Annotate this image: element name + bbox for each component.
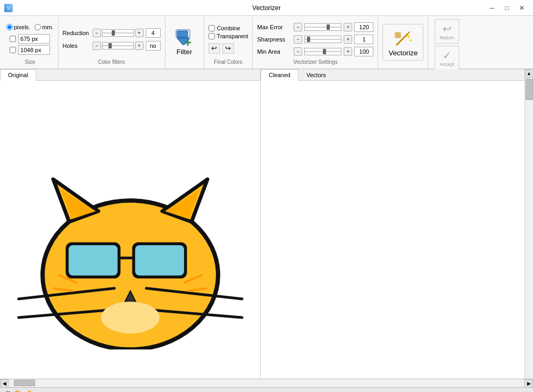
cat-svg (16, 110, 245, 349)
pixels-radio-label[interactable]: pixels. (6, 24, 30, 30)
min-area-increase-btn[interactable]: + (344, 47, 352, 56)
svg-rect-22 (135, 245, 184, 276)
max-error-slider[interactable] (304, 23, 342, 31)
vectorizer-settings-section: Max Error − + 120 Sharpness − (253, 17, 378, 69)
holes-value[interactable]: no (146, 41, 161, 51)
vectorize-icon (393, 28, 414, 49)
combine-checkbox[interactable] (209, 25, 215, 31)
tab-vectors[interactable]: Vectors (298, 69, 334, 80)
sharpness-value[interactable]: 1 (354, 35, 373, 44)
right-scrollbar: ▲ (524, 69, 533, 379)
max-error-label: Max Error (257, 24, 292, 30)
right-panel-content (261, 81, 524, 379)
svg-rect-11 (396, 33, 400, 37)
cat-image-container (8, 81, 253, 379)
scroll-up-button[interactable]: ▲ (525, 69, 534, 78)
status-icon-1: 🖥 (4, 390, 12, 392)
app-icon: V (4, 4, 13, 12)
sharpness-increase-btn[interactable]: + (344, 35, 352, 44)
scroll-thumb[interactable] (526, 79, 533, 100)
min-area-row: Min Area − + 100 (257, 47, 373, 56)
size-section-label: Size (25, 59, 35, 66)
maximize-button[interactable]: □ (500, 3, 514, 13)
size-section: pixels. mm. Size (2, 17, 59, 69)
minimize-button[interactable]: ─ (485, 3, 499, 13)
width-input[interactable] (18, 34, 50, 44)
min-area-slider[interactable] (304, 48, 342, 55)
min-area-label: Min Area (257, 48, 292, 55)
original-panel-content (0, 81, 260, 379)
undo-button[interactable]: ↩ (209, 43, 220, 54)
status-icon-3: ✋ (25, 390, 34, 392)
holes-decrease-btn[interactable]: − (93, 41, 101, 50)
width-row (10, 34, 50, 44)
combine-row: Combine (209, 25, 248, 31)
combine-label: Combine (217, 25, 240, 31)
filter-button[interactable]: Filter (171, 27, 198, 58)
tab-cleaned[interactable]: Cleaned (261, 69, 298, 81)
return-label: Return (440, 35, 454, 40)
ribbon: pixels. mm. Size (0, 16, 533, 69)
reduction-slider[interactable] (102, 29, 134, 37)
vectorize-section: Vectorize (378, 17, 428, 69)
main-area: Original (0, 69, 533, 379)
mm-label: mm. (42, 24, 53, 30)
mm-radio[interactable] (35, 24, 41, 30)
svg-line-6 (407, 32, 410, 34)
pixels-radio[interactable] (6, 24, 13, 30)
return-button[interactable]: ↩ Return (435, 19, 459, 44)
reduction-slider-container: − + (93, 29, 144, 37)
filter-button-label: Filter (177, 48, 193, 56)
svg-point-28 (101, 302, 160, 333)
reduction-label: Reduction (63, 30, 90, 36)
reduction-decrease-btn[interactable]: − (93, 29, 101, 37)
final-colors-section: Combine Transparent ↩ ↪ Final Colors (204, 17, 253, 69)
max-error-decrease-btn[interactable]: − (294, 23, 302, 31)
transparent-row: Transparent (209, 33, 248, 39)
h-scroll-thumb[interactable] (14, 380, 35, 386)
vectorize-button-label: Vectorize (388, 49, 418, 57)
vectorizer-settings-label: Vectorizer Settings (293, 59, 337, 66)
mm-radio-label[interactable]: mm. (35, 24, 53, 30)
right-panel-tabs: Cleaned Vectors (261, 69, 524, 81)
pixels-label: pixels. (14, 24, 30, 30)
width-lock-checkbox[interactable] (10, 36, 16, 42)
sharpness-row: Sharpness − + 1 (257, 35, 373, 44)
status-icons: 🖥 🎨 ✋ (4, 390, 34, 392)
holes-increase-btn[interactable]: + (135, 41, 144, 50)
holes-slider-container: − + (93, 41, 144, 50)
accept-button[interactable]: ✓ Accept (435, 46, 459, 70)
max-error-row: Max Error − + 120 (257, 22, 373, 32)
holes-slider[interactable] (102, 42, 134, 49)
min-area-value[interactable]: 100 (354, 47, 373, 56)
reduction-increase-btn[interactable]: + (135, 29, 144, 37)
sharpness-slider[interactable] (304, 36, 342, 43)
holes-row: Holes − + no (63, 41, 161, 51)
scroll-left-button[interactable]: ◀ (0, 379, 9, 388)
color-filters-label: Color filters (98, 59, 125, 66)
tab-original[interactable]: Original (0, 69, 36, 81)
height-lock-checkbox[interactable] (10, 47, 16, 53)
redo-button[interactable]: ↪ (222, 43, 234, 54)
horizontal-scrollbar: ◀ ▶ (0, 379, 533, 387)
final-colors-label: Final Colors (214, 59, 242, 66)
sharpness-decrease-btn[interactable]: − (294, 35, 302, 44)
window-title: Vectorizer (252, 4, 280, 12)
filter-section: Filter (165, 17, 204, 69)
max-error-increase-btn[interactable]: + (344, 23, 352, 31)
scroll-right-button[interactable]: ▶ (524, 379, 533, 388)
undo-redo-row: ↩ ↪ (209, 43, 234, 54)
close-button[interactable]: ✕ (515, 3, 529, 13)
min-area-decrease-btn[interactable]: − (294, 47, 302, 56)
right-panel: Cleaned Vectors (261, 69, 524, 379)
vectorize-button[interactable]: Vectorize (382, 24, 423, 61)
color-filters-section: Reduction − + 4 Holes (59, 17, 165, 69)
status-icon-2: 🎨 (14, 390, 23, 392)
accept-label: Accept (440, 62, 455, 67)
reduction-value[interactable]: 4 (146, 28, 161, 38)
max-error-value[interactable]: 120 (354, 22, 373, 32)
transparent-checkbox[interactable] (209, 33, 215, 39)
height-input[interactable] (18, 45, 50, 55)
h-scroll-track (9, 379, 524, 387)
accept-section: ↩ Return ✓ Accept (428, 17, 465, 69)
